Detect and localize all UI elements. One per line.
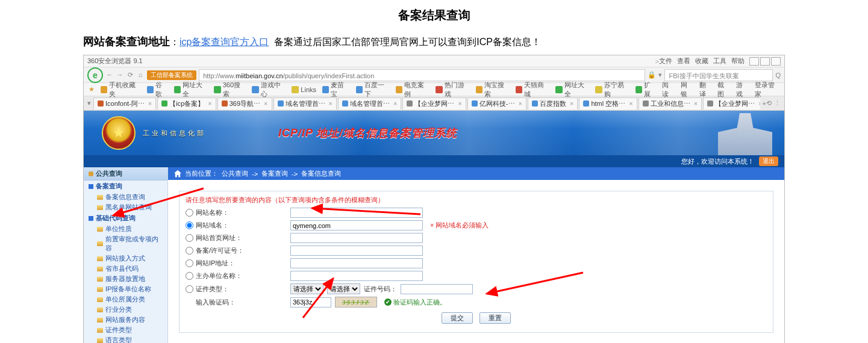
tab-close-icon[interactable]: ×	[208, 100, 211, 107]
input-record-no[interactable]	[290, 246, 423, 256]
bookmark[interactable]: 谷歌	[147, 81, 168, 99]
menu-help[interactable]: 帮助	[731, 57, 745, 66]
menu-fav[interactable]: 收藏	[695, 57, 708, 66]
url-input[interactable]: http://www.miitbeian.gov.cn/publish/quer…	[199, 69, 645, 81]
bookmark[interactable]: 360搜索	[214, 81, 246, 99]
tab[interactable]: Iconfont-阿⋯×	[93, 97, 156, 110]
bookmark[interactable]: 游戏中心	[252, 81, 286, 99]
sidebar-item[interactable]: 备案信息查询	[84, 192, 167, 202]
bookmark[interactable]: 电竞案例	[396, 81, 429, 99]
radio-site-domain[interactable]	[186, 221, 193, 229]
tab[interactable]: html 空格⋯×	[579, 97, 637, 110]
ext-button[interactable]: 阅读	[662, 81, 675, 99]
sidebar-item[interactable]: 黑名单网站查询	[84, 202, 167, 212]
tab[interactable]: 369导航⋯×	[217, 97, 272, 110]
menu-file[interactable]: 文件	[659, 57, 672, 66]
input-cert-no[interactable]	[401, 284, 473, 294]
sidebar-item[interactable]: 语言类型	[84, 335, 167, 343]
sidebar-group[interactable]: 基础代码查询	[84, 212, 167, 224]
intro-link[interactable]: icp备案查询官方入口	[180, 37, 269, 47]
back-icon[interactable]: ←	[105, 71, 114, 78]
max-button[interactable]	[760, 57, 770, 66]
input-captcha[interactable]	[290, 297, 331, 307]
bookmark[interactable]: 天猫商城	[516, 81, 549, 99]
bookmark[interactable]: 百度一下	[356, 81, 390, 99]
tab-close-icon[interactable]: ×	[458, 100, 461, 107]
tab-close-icon[interactable]: ×	[264, 100, 267, 107]
bookmark[interactable]: 网址大全	[555, 81, 589, 99]
radio-site-name[interactable]	[186, 209, 193, 217]
fav-icon[interactable]: ★	[89, 85, 95, 93]
sidebar-item[interactable]: 服务器放置地	[84, 274, 167, 284]
logout-button[interactable]: 退出	[759, 156, 778, 166]
sidebar-item[interactable]: 单位所属分类	[84, 294, 167, 304]
close-button[interactable]	[771, 57, 781, 66]
reload-icon[interactable]: ⟳	[126, 71, 134, 79]
tab-close-icon[interactable]: ×	[519, 100, 522, 107]
bookmark[interactable]: Links	[292, 86, 316, 93]
search-icon[interactable]: Q	[775, 72, 781, 79]
home-icon[interactable]: ⌂	[136, 71, 145, 78]
tab[interactable]: 亿网科技-⋯×	[467, 97, 526, 110]
input-homepage[interactable]	[290, 233, 423, 243]
ext-button[interactable]: 网银	[681, 81, 693, 99]
radio-company[interactable]	[186, 272, 193, 280]
sidebar-group[interactable]: 备案查询	[84, 181, 167, 192]
sidebar-item[interactable]: 网站服务内容	[84, 315, 167, 325]
tab-menu-icon[interactable]: ⋮	[774, 99, 781, 107]
tab[interactable]: 工业和信息⋯×	[639, 97, 702, 110]
fwd-icon[interactable]: →	[116, 71, 124, 78]
sidebar-item[interactable]: 证件类型	[84, 325, 167, 335]
radio-ip[interactable]	[186, 259, 193, 267]
radio-cert-type[interactable]	[186, 285, 193, 293]
certificate-icon[interactable]: 🔒	[648, 71, 656, 79]
min-button[interactable]	[749, 57, 759, 66]
sidebar-item[interactable]: IP报备单位名称	[84, 284, 167, 294]
bookmark[interactable]: 苏宁易购	[595, 81, 629, 99]
input-ip[interactable]	[290, 258, 423, 268]
tab[interactable]: 百度指数×	[528, 97, 578, 110]
input-company[interactable]	[290, 271, 423, 281]
window-menu[interactable]: 文件 查看 收藏 工具 帮助	[659, 57, 745, 66]
tablist-toggle-icon[interactable]: ▾	[87, 99, 91, 107]
bookmark[interactable]: 手机收藏夹	[101, 81, 141, 99]
captcha-image[interactable]: 3$3J3Z	[335, 297, 377, 307]
input-site-name[interactable]	[290, 208, 423, 218]
menu-view[interactable]: 查看	[677, 57, 690, 66]
ext-button[interactable]: 截图	[717, 81, 730, 99]
select-cert-type-1[interactable]: 请选择	[290, 283, 323, 294]
tab[interactable]: 域名管理首⋯×	[338, 97, 401, 110]
search-input[interactable]: FBI接手中国学生失联案	[664, 69, 773, 81]
sidebar-item[interactable]: 行业分类	[84, 304, 167, 315]
ext-button[interactable]: 登录管家	[755, 81, 779, 99]
tab[interactable]: 【企业梦网⋯×	[703, 97, 760, 110]
radio-homepage[interactable]	[186, 234, 193, 242]
bookmark[interactable]: 网址大全	[174, 81, 208, 99]
bookmark[interactable]: 热门游戏	[436, 81, 469, 99]
tab[interactable]: 【icp备案】×	[157, 97, 216, 110]
bookmark[interactable]: 麦苗宝	[322, 81, 350, 99]
tab-close-icon[interactable]: ×	[148, 100, 152, 107]
sidebar-item[interactable]: 省市县代码	[84, 264, 167, 274]
home-icon[interactable]	[174, 170, 181, 178]
tab-close-icon[interactable]: ×	[758, 100, 760, 107]
input-site-domain[interactable]	[290, 220, 423, 230]
tab[interactable]: 域名管理首⋯×	[273, 97, 337, 110]
tab-close-icon[interactable]: ×	[570, 100, 573, 107]
ext-button[interactable]: 扩展	[635, 81, 657, 99]
bookmark[interactable]: 淘宝搜索	[476, 81, 510, 99]
sidebar-item[interactable]: 前置审批或专项内容	[84, 234, 167, 253]
crumb-item[interactable]: 公共查询	[222, 169, 248, 178]
ext-button[interactable]: 翻译	[699, 81, 712, 99]
tab-close-icon[interactable]: ×	[393, 100, 397, 107]
tab-close-icon[interactable]: ×	[629, 100, 632, 107]
sidebar-item[interactable]: 单位性质	[84, 224, 167, 234]
submit-button[interactable]: 提交	[442, 312, 473, 324]
dropdown-icon[interactable]: ▾	[658, 71, 662, 79]
select-cert-type-2[interactable]: 请选择	[327, 283, 360, 294]
menu-tools[interactable]: 工具	[713, 57, 726, 66]
reset-button[interactable]: 重置	[479, 312, 511, 324]
ext-button[interactable]: 游戏	[736, 81, 749, 99]
tab[interactable]: 【企业梦网⋯×	[402, 97, 466, 110]
tab-overflow-icon[interactable]: ⟲	[766, 99, 772, 107]
